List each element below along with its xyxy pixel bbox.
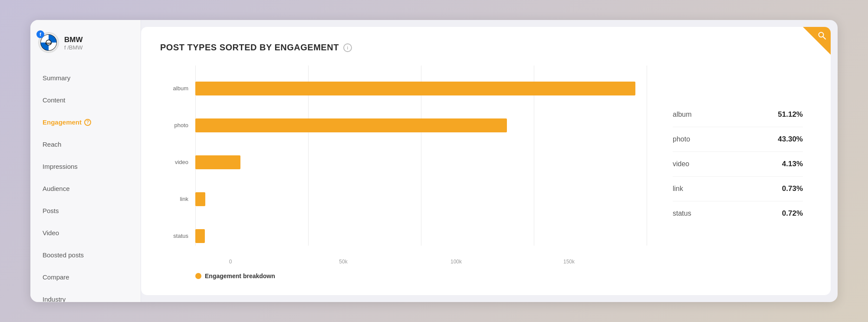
svg-text:BMW: BMW — [46, 42, 52, 45]
sidebar-item-engagement[interactable]: Engagement ? — [30, 114, 141, 131]
sidebar-item-audience[interactable]: Audience — [30, 180, 141, 197]
bar-label-status: status — [160, 233, 188, 239]
bar-fill-link — [195, 192, 205, 206]
bar-track-album — [195, 82, 647, 95]
brand-name: BMW — [64, 36, 83, 44]
bar-label-video: video — [160, 159, 188, 165]
legend-entry-video: video 4.13% — [673, 152, 803, 177]
bar-rows-container: album photo video — [160, 66, 647, 259]
bar-fill-status — [195, 229, 205, 243]
bar-track-video — [195, 155, 647, 169]
sidebar-item-industry[interactable]: Industry — [30, 291, 141, 302]
sidebar-item-reach[interactable]: Reach — [30, 136, 141, 153]
bar-row-photo: photo — [160, 118, 647, 133]
sidebar-item-summary[interactable]: Summary — [30, 69, 141, 86]
bar-label-album: album — [160, 85, 188, 92]
sidebar-item-boosted-posts[interactable]: Boosted posts — [30, 246, 141, 263]
legend-entry-link: link 0.73% — [673, 177, 803, 201]
chart-title: POST TYPES SORTED BY ENGAGEMENT — [160, 43, 339, 53]
legend-entry-label-photo: photo — [673, 135, 690, 143]
legend-entry-value-video: 4.13% — [782, 160, 803, 168]
bar-track-status — [195, 229, 647, 243]
right-legend: album 51.12% photo 43.30% video 4.13% li… — [647, 66, 812, 279]
legend-entry-photo: photo 43.30% — [673, 127, 803, 152]
legend-entry-status: status 0.72% — [673, 201, 803, 226]
legend-entry-label-video: video — [673, 160, 689, 168]
legend-entry-label-album: album — [673, 111, 692, 118]
legend-entry-value-link: 0.73% — [782, 184, 803, 193]
x-tick-100k: 100k — [450, 259, 462, 265]
sidebar: f BMW BMW — [30, 20, 141, 302]
sidebar-item-impressions[interactable]: Impressions — [30, 158, 141, 175]
search-icon — [818, 31, 826, 42]
brand-handle: f /BMW — [64, 44, 83, 51]
legend-entry-label-status: status — [673, 210, 691, 217]
legend-label: Engagement breakdown — [205, 273, 275, 279]
sidebar-item-video[interactable]: Video — [30, 224, 141, 241]
bar-track-link — [195, 192, 647, 206]
bar-label-link: link — [160, 196, 188, 202]
info-icon[interactable]: i — [343, 43, 352, 52]
legend-entry-label-link: link — [673, 185, 683, 193]
bars-wrapper: album photo video — [160, 66, 647, 259]
x-tick-50k: 50k — [339, 259, 347, 265]
bar-chart-area: album photo video — [160, 66, 647, 279]
engagement-help-icon[interactable]: ? — [84, 119, 91, 126]
legend-entry-album: album 51.12% — [673, 102, 803, 127]
bar-label-photo: photo — [160, 122, 188, 128]
brand-info: BMW f /BMW — [64, 36, 83, 51]
bar-row-status: status — [160, 228, 647, 244]
sidebar-item-content[interactable]: Content — [30, 92, 141, 108]
bar-row-album: album — [160, 81, 647, 96]
legend-entry-value-album: 51.12% — [778, 110, 803, 119]
bar-row-video: video — [160, 154, 647, 170]
sidebar-item-compare[interactable]: Compare — [30, 269, 141, 286]
brand-area: f BMW BMW — [30, 32, 141, 64]
bar-track-photo — [195, 118, 647, 132]
bar-fill-album — [195, 82, 635, 95]
x-axis: 0 50k 100k 150k — [195, 259, 647, 267]
brand-logo-wrap: f BMW — [38, 32, 60, 54]
bar-row-link: link — [160, 191, 647, 207]
legend-dot — [195, 273, 201, 279]
legend-entry-value-photo: 43.30% — [778, 135, 803, 144]
engagement-label: Engagement — [43, 118, 82, 126]
app-container: f BMW BMW — [30, 20, 838, 302]
legend-entry-value-status: 0.72% — [782, 209, 803, 218]
legend-row: Engagement breakdown — [160, 273, 647, 279]
sidebar-item-posts[interactable]: Posts — [30, 202, 141, 219]
x-tick-0: 0 — [229, 259, 232, 265]
chart-and-legend: album photo video — [160, 66, 812, 279]
bar-fill-video — [195, 155, 240, 169]
facebook-icon: f — [36, 30, 44, 38]
x-tick-150k: 150k — [563, 259, 575, 265]
bar-fill-photo — [195, 118, 507, 132]
svg-line-5 — [823, 37, 826, 39]
main-content: POST TYPES SORTED BY ENGAGEMENT i — [141, 27, 831, 295]
chart-title-row: POST TYPES SORTED BY ENGAGEMENT i — [160, 43, 812, 53]
